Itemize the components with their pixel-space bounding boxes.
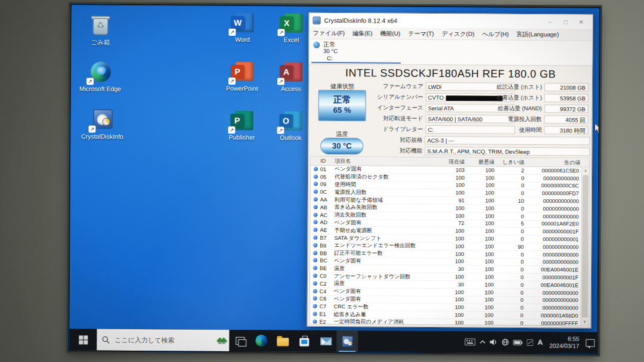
menu-item[interactable]: 言語(Language) <box>516 30 559 38</box>
cell-threshold: 0 <box>497 259 527 265</box>
cell-raw-value: 000000000C6C <box>528 182 581 189</box>
scroll-up-icon[interactable]: ∧ <box>582 168 589 175</box>
ime-indicator[interactable]: A <box>538 338 543 346</box>
status-dot-icon <box>310 227 320 233</box>
touch-keyboard-icon[interactable] <box>465 338 476 345</box>
cell-current-value: 30 <box>438 266 467 272</box>
cell-threshold: 0 <box>498 213 528 219</box>
taskbar-file-explorer-button[interactable] <box>272 330 293 351</box>
desktop-icon-office-app[interactable]: P ↗ Publisher <box>217 106 266 155</box>
start-button[interactable] <box>69 329 97 350</box>
smart-table-row[interactable]: E2 一定時間負荷のメディア消耗 100 100 0 00000000FFFF <box>310 318 581 326</box>
menu-item[interactable]: ディスク(D) <box>442 30 475 38</box>
taskbar-mail-button[interactable] <box>315 330 336 352</box>
temperature-value-box[interactable]: 30 °C <box>320 138 363 154</box>
stat-label: 総書込量 (ホスト) <box>470 94 544 102</box>
drive-selector-strip: 正常 30 °C C: <box>309 39 592 66</box>
close-button[interactable]: ✕ <box>574 18 589 25</box>
shortcut-arrow-icon: ↗ <box>228 78 236 85</box>
scrollbar-thumb[interactable] <box>582 175 589 318</box>
cell-id: B7 <box>320 235 334 241</box>
header-raw-value[interactable]: 生の値 <box>528 158 581 166</box>
volume-icon[interactable] <box>490 339 498 346</box>
taskbar-clock[interactable]: 6:55 2024/03/17 <box>547 335 581 349</box>
ime-mode-icon[interactable] <box>527 339 534 345</box>
cell-raw-value: 000000000FD7 <box>528 190 581 197</box>
network-icon[interactable] <box>502 339 509 346</box>
table-scrollbar[interactable]: ∧ ∨ <box>581 168 590 326</box>
desktop-icon-office-app[interactable]: W ↗ Word <box>218 8 267 57</box>
notification-center-button[interactable] <box>586 339 595 346</box>
menu-item[interactable]: テーマ(T) <box>408 29 434 38</box>
cell-attribute-name: ベンダ固有 <box>334 257 438 265</box>
desktop-icon-crystaldiskinfo[interactable]: ↗ CrystalDiskInfo <box>79 107 125 140</box>
stat-value: 99372 GB <box>544 104 589 113</box>
cell-attribute-name: 電源投入回数 <box>335 188 438 197</box>
cell-id: E2 <box>320 319 334 325</box>
stat-label: 総読込量 (ホスト) <box>470 83 544 91</box>
status-dot-icon <box>310 243 320 249</box>
office-app-icon: A ↗ <box>278 60 304 83</box>
cell-raw-value: 000000000000 <box>527 297 581 304</box>
field-label: 対応転送モード <box>371 115 426 123</box>
window-titlebar[interactable]: CrystalDiskInfo 8.12.4 x64 – □ ✕ <box>309 13 593 29</box>
cell-current-value: 100 <box>438 274 467 280</box>
header-attribute-name[interactable]: 項目名 <box>335 157 438 166</box>
cell-worst-value: 100 <box>468 167 498 173</box>
header-threshold[interactable]: しきい値 <box>498 158 528 166</box>
cell-threshold: 0 <box>497 282 527 288</box>
cell-id: C0 <box>320 273 334 279</box>
cell-raw-value: 00EA0046001E <box>527 282 581 289</box>
search-highlight-clover-image[interactable]: ♣♣ <box>216 335 224 346</box>
smart-table-body: 01 ベンダ固有 103 100 2 00000061C5E0 05 代替処理済… <box>310 166 582 326</box>
menu-item[interactable]: ヘルプ(H) <box>482 30 509 38</box>
shortcut-arrow-icon: ↗ <box>277 126 284 134</box>
microsoft-store-icon <box>299 338 309 346</box>
cell-raw-value: 000000000000 <box>527 305 581 311</box>
cell-threshold: 0 <box>497 297 527 303</box>
cell-threshold: 0 <box>497 228 527 234</box>
desktop-icon-edge[interactable]: ↗ Microsoft Edge <box>77 60 123 92</box>
minimize-button[interactable]: – <box>543 18 558 25</box>
taskbar: ここに入力して検索 ♣♣ <box>69 329 597 353</box>
header-current-value[interactable]: 現在値 <box>438 158 468 166</box>
hidden-icons-chevron-icon[interactable] <box>480 339 486 344</box>
notification-icon <box>586 339 595 346</box>
desktop-icon-office-app[interactable]: P ↗ PowerPoint <box>218 57 267 106</box>
drive-tab-c[interactable]: 正常 30 °C C: <box>311 41 401 64</box>
cell-worst-value: 100 <box>467 243 497 249</box>
app-icon <box>313 16 321 24</box>
menu-item[interactable]: 編集(E) <box>352 29 372 38</box>
battery-icon[interactable] <box>513 339 523 345</box>
stat-label: 総書込量 (NAND) <box>470 104 544 113</box>
cell-attribute-name: 書き込み失敗回数 <box>335 203 438 212</box>
maximize-button[interactable]: □ <box>558 18 574 25</box>
menu-item[interactable]: 機能(U) <box>380 29 401 38</box>
cell-raw-value: 000000000000 <box>527 244 581 250</box>
cell-worst-value: 100 <box>467 289 497 295</box>
desktop-icon-recycle-bin[interactable]: ♺ ごみ箱 <box>77 13 123 45</box>
shortcut-arrow-icon: ↗ <box>277 29 284 36</box>
stat-row: 電源投入回数 4055 回 <box>470 114 589 124</box>
cell-id: AB <box>320 205 335 211</box>
smart-table: ID 項目名 現在値 最悪値 しきい値 生の値 01 ベンダ固有 103 100 <box>309 156 590 326</box>
cell-current-value: 30 <box>438 281 467 287</box>
taskbar-edge-button[interactable] <box>250 330 272 351</box>
cell-worst-value: 100 <box>467 236 497 242</box>
task-view-button[interactable] <box>229 330 250 351</box>
cell-raw-value: 000000000000 <box>528 175 581 182</box>
desktop-icon-label: Word <box>218 36 267 44</box>
status-dot-icon <box>311 181 320 187</box>
scroll-down-icon[interactable]: ∨ <box>581 318 589 326</box>
cell-raw-value: 000000000001 <box>527 236 581 243</box>
stat-value: 4055 回 <box>544 115 589 123</box>
cell-attribute-name: 使用時間 <box>335 181 438 189</box>
header-id[interactable]: ID <box>320 158 335 164</box>
header-worst-value[interactable]: 最悪値 <box>468 158 498 166</box>
taskbar-search-input[interactable]: ここに入力して検索 ♣♣ <box>97 329 229 351</box>
health-status-box[interactable]: 正常 65 % <box>318 90 366 121</box>
menu-item[interactable]: ファイル(F) <box>312 29 345 37</box>
taskbar-store-button[interactable] <box>293 330 315 352</box>
cell-threshold: 0 <box>497 320 527 326</box>
taskbar-crystaldiskinfo-button[interactable] <box>336 330 358 352</box>
